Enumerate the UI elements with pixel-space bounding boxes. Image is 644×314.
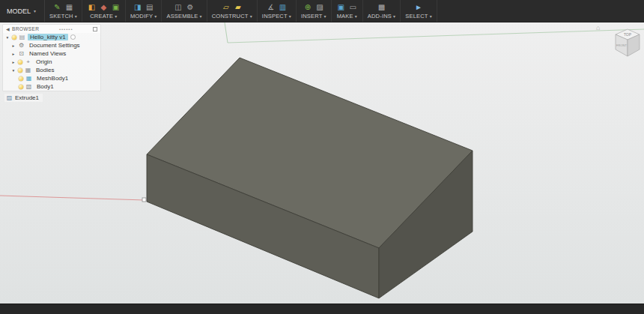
workspace-label: MODEL [7,7,31,15]
create-sketch-icon[interactable]: ✎ [52,2,62,12]
browser-item-meshbody1[interactable]: ▦ MeshBody1 [3,74,100,82]
browser-item-body1[interactable]: ▧ Body1 [3,82,100,91]
chevron-down-icon: ▾ [200,13,202,19]
create-box-icon[interactable]: ◧ [87,2,97,12]
browser-item-label: MeshBody1 [34,75,70,82]
component-icon: ▤ [19,34,25,40]
toolbar-menu-modify[interactable]: MODIFY▾ [130,12,157,21]
visibility-bulb-icon[interactable] [18,68,22,73]
browser-item-label: Hello_kitty v1 [28,34,68,40]
feature-extrude1[interactable]: ▨ Extrude1 [4,94,43,102]
chevron-down-icon: ▾ [154,13,157,19]
chevron-down-icon: ▾ [34,8,36,13]
toolbar-group-assemble: ◫ ⚙ ASSEMBLE▾ [162,0,207,22]
feature-label: Extrude1 [15,94,39,101]
visibility-bulb-icon[interactable] [18,60,22,64]
toolbar-group-addins: ▩ ADD-INS▾ [363,0,401,22]
viewcube-front-label: FRONT [616,43,627,47]
browser-item-document-settings[interactable]: ▸ ⚙ Document Settings [3,41,100,49]
make-export-icon[interactable]: ▭ [348,2,358,12]
browser-item-origin[interactable]: ▸ + Origin [3,58,100,66]
create-revolve-icon[interactable]: ◆ [99,2,109,12]
toolbar-menu-construct[interactable]: CONSTRUCT▾ [212,12,252,21]
visibility-bulb-icon[interactable] [12,35,16,40]
chevron-down-icon: ▾ [355,13,357,19]
browser-item-label: Body1 [34,83,56,90]
chevron-down-icon: ▾ [393,13,395,19]
grid-axis-line [228,29,644,43]
origin-point-marker[interactable] [142,198,146,202]
workspace-selector[interactable]: MODEL ▾ [0,0,45,22]
toolbar-menu-assemble[interactable]: ASSEMBLE▾ [166,12,201,21]
toolbar-menu-select[interactable]: SELECT▾ [405,12,432,21]
toolbar-menu-sketch[interactable]: SKETCH▾ [49,12,77,21]
toolbar-menu-inspect[interactable]: INSPECT▾ [262,12,291,21]
collapse-panel-icon[interactable]: ◀ [6,26,10,31]
panel-menu-icon[interactable] [93,27,97,31]
named-views-icon: ⊡ [18,50,25,57]
toolbar-menu-create[interactable]: CREATE▾ [90,12,117,21]
toolbar-group-insert: ⊕ ▨ INSERT▾ [297,0,332,22]
viewport[interactable]: ◀ BROWSER •••••• ▾ ▤ Hello_kitty v1 ▸ ⚙ … [0,22,644,304]
solid-body-icon: ▧ [25,83,32,90]
toolbar-group-select: ► SELECT▾ [401,0,437,22]
mesh-body-icon: ▦ [25,75,32,82]
expander-down-icon[interactable]: ▾ [11,68,16,73]
visibility-bulb-icon[interactable] [19,85,23,89]
create-primitive-icon[interactable]: ▣ [111,2,121,12]
timeline-bar[interactable] [0,304,644,314]
browser-item-named-views[interactable]: ▸ ⊡ Named Views [3,49,100,58]
toolbar-group-inspect: ∡ ▥ INSPECT▾ [258,0,297,22]
expander-right-icon[interactable]: ▸ [11,43,16,48]
inspect-measure-icon[interactable]: ∡ [266,2,276,12]
assemble-joint-icon[interactable]: ⚙ [186,2,195,12]
chevron-down-icon: ▾ [324,13,326,19]
modify-shell-icon[interactable]: ▤ [145,2,154,12]
panel-drag-handle-icon[interactable]: •••••• [41,27,91,31]
toolbar-group-sketch: ✎ ▦ SKETCH▾ [45,0,82,22]
viewcube[interactable]: ⌂ TOP FRONT [596,24,643,63]
toolbar-group-modify: ◨ ▤ MODIFY▾ [126,0,162,22]
cloud-status-icon[interactable] [70,34,76,40]
chevron-down-icon: ▾ [289,13,291,19]
toolbar-group-create: ◧ ◆ ▣ CREATE▾ [82,0,126,22]
construct-offset-plane-icon[interactable]: ▰ [233,2,243,12]
bodies-folder-icon: ▦ [25,67,31,73]
chevron-down-icon: ▾ [250,13,252,19]
browser-item-bodies[interactable]: ▾ ▦ Bodies [3,66,100,74]
toolbar-menu-addins[interactable]: ADD-INS▾ [368,12,395,21]
expander-down-icon[interactable]: ▾ [5,35,10,40]
toolbar-menu-make[interactable]: MAKE▾ [337,12,357,21]
sketch-grid-icon[interactable]: ▦ [64,2,74,12]
expander-right-icon[interactable]: ▸ [11,52,16,56]
browser-panel: ◀ BROWSER •••••• ▾ ▤ Hello_kitty v1 ▸ ⚙ … [3,25,100,91]
viewcube-cube[interactable]: TOP FRONT [601,24,643,61]
insert-decal-icon[interactable]: ▨ [315,2,324,12]
browser-item-label: Named Views [27,50,68,57]
insert-mesh-icon[interactable]: ⊕ [303,2,312,12]
extrude-feature-icon: ▨ [6,94,13,101]
construct-plane-icon[interactable]: ▱ [221,2,231,12]
toolbar-group-construct: ▱ ▰ CONSTRUCT▾ [207,0,258,22]
assemble-component-icon[interactable]: ◫ [174,2,183,12]
visibility-bulb-icon[interactable] [19,76,23,81]
home-view-icon[interactable]: ⌂ [596,25,600,31]
x-axis-line [0,196,145,200]
chevron-down-icon: ▾ [115,13,117,19]
addins-scripts-icon[interactable]: ▩ [377,2,386,12]
browser-item-label: Document Settings [27,42,82,49]
modify-fillet-icon[interactable]: ◨ [133,2,142,12]
chevron-down-icon: ▾ [75,13,77,19]
inspect-analysis-icon[interactable]: ▥ [278,2,288,12]
toolbar-menu-insert[interactable]: INSERT▾ [301,12,326,21]
make-3d-print-icon[interactable]: ▣ [336,2,346,12]
browser-item-label: Bodies [34,67,56,73]
browser-title: BROWSER [12,26,39,31]
expander-right-icon[interactable]: ▸ [11,60,16,64]
browser-item-root[interactable]: ▾ ▤ Hello_kitty v1 [3,33,100,41]
browser-header: ◀ BROWSER •••••• [3,25,100,33]
fusion-window: MODEL ▾ ✎ ▦ SKETCH▾ ◧ ◆ ▣ CREATE▾ [0,0,644,314]
gear-icon: ⚙ [18,42,25,49]
select-cursor-icon[interactable]: ► [414,2,424,12]
chevron-down-icon: ▾ [430,13,432,19]
